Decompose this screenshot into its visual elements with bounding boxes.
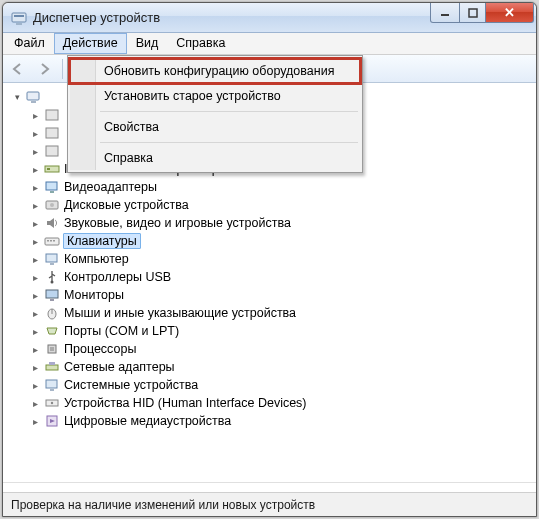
ports-icon	[44, 323, 60, 339]
separator	[3, 482, 536, 492]
window-controls: ✕	[430, 3, 534, 23]
tree-node-usb[interactable]: Контроллеры USB	[25, 268, 536, 286]
expander-icon[interactable]	[29, 307, 41, 319]
menu-help[interactable]: Справка	[70, 146, 360, 170]
expander-icon[interactable]	[29, 397, 41, 409]
expander-icon[interactable]	[29, 379, 41, 391]
device-manager-window: Диспетчер устройств ✕ Файл Действие Вид …	[2, 2, 537, 517]
toolbar-separator	[62, 59, 63, 79]
menu-file[interactable]: Файл	[5, 33, 54, 54]
sound-icon	[44, 215, 60, 231]
expander-icon[interactable]	[29, 343, 41, 355]
expander-icon[interactable]	[29, 361, 41, 373]
selected-node: Клавиатуры	[63, 233, 141, 249]
svg-rect-8	[46, 128, 58, 138]
svg-rect-7	[46, 110, 58, 120]
svg-rect-30	[49, 362, 55, 365]
svg-rect-11	[47, 168, 50, 170]
expander-icon[interactable]	[29, 217, 41, 229]
action-dropdown: Обновить конфигурацию оборудования Устан…	[67, 55, 363, 173]
svg-rect-3	[441, 14, 449, 16]
controller-icon	[44, 161, 60, 177]
expander-icon[interactable]	[29, 163, 41, 175]
expander-icon[interactable]	[29, 253, 41, 265]
tree-node-keyboard[interactable]: Клавиатуры	[25, 232, 536, 250]
tree-node-sound[interactable]: Звуковые, видео и игровые устройства	[25, 214, 536, 232]
close-button[interactable]: ✕	[486, 3, 534, 23]
expander-icon[interactable]	[29, 109, 41, 121]
tree-node-computer[interactable]: Компьютер	[25, 250, 536, 268]
svg-rect-9	[46, 146, 58, 156]
dropdown-separator	[100, 142, 358, 143]
svg-rect-21	[50, 263, 54, 265]
cpu-icon	[44, 341, 60, 357]
svg-point-15	[50, 203, 54, 207]
menu-view[interactable]: Вид	[127, 33, 168, 54]
system-icon	[44, 377, 60, 393]
tree-node-cpu[interactable]: Процессоры	[25, 340, 536, 358]
svg-rect-13	[50, 191, 54, 193]
svg-rect-24	[50, 299, 54, 301]
svg-rect-17	[47, 240, 49, 242]
minimize-button[interactable]	[430, 3, 460, 23]
mouse-icon	[44, 305, 60, 321]
maximize-button[interactable]	[460, 3, 486, 23]
tree-node-network[interactable]: Сетевые адаптеры	[25, 358, 536, 376]
svg-rect-29	[46, 365, 58, 370]
tree-node-mouse[interactable]: Мыши и иные указывающие устройства	[25, 304, 536, 322]
svg-rect-1	[14, 15, 24, 17]
nav-forward-button[interactable]	[33, 58, 57, 80]
nav-back-button[interactable]	[7, 58, 31, 80]
window-title: Диспетчер устройств	[33, 10, 430, 25]
expander-icon[interactable]	[29, 181, 41, 193]
hid-icon	[44, 395, 60, 411]
expander-icon[interactable]	[29, 127, 41, 139]
svg-rect-12	[46, 182, 57, 190]
device-icon	[44, 125, 60, 141]
statusbar: Проверка на наличие изменений или новых …	[3, 492, 536, 516]
network-icon	[44, 359, 60, 375]
app-icon	[11, 10, 27, 26]
menu-scan-hardware[interactable]: Обновить конфигурацию оборудования	[70, 59, 360, 83]
display-adapter-icon	[44, 179, 60, 195]
svg-point-22	[51, 281, 54, 284]
computer-icon	[26, 89, 42, 105]
tree-node-hid[interactable]: Устройства HID (Human Interface Devices)	[25, 394, 536, 412]
menu-properties[interactable]: Свойства	[70, 115, 360, 139]
svg-rect-32	[50, 389, 54, 391]
svg-rect-6	[31, 101, 36, 103]
menu-action[interactable]: Действие	[54, 33, 127, 54]
svg-rect-28	[50, 347, 54, 351]
tree-node-ports[interactable]: Порты (COM и LPT)	[25, 322, 536, 340]
expander-icon[interactable]	[29, 325, 41, 337]
tree-node-video[interactable]: Видеоадаптеры	[25, 178, 536, 196]
svg-rect-18	[50, 240, 52, 242]
tree-node-system[interactable]: Системные устройства	[25, 376, 536, 394]
expander-icon[interactable]	[29, 145, 41, 157]
expander-icon[interactable]	[29, 289, 41, 301]
svg-rect-19	[53, 240, 55, 242]
tree-node-monitor[interactable]: Мониторы	[25, 286, 536, 304]
device-icon	[44, 107, 60, 123]
svg-rect-2	[16, 23, 22, 25]
svg-rect-0	[12, 13, 26, 22]
keyboard-icon	[44, 233, 60, 249]
svg-rect-4	[469, 9, 477, 17]
svg-rect-5	[27, 92, 39, 100]
menu-add-legacy[interactable]: Установить старое устройство	[70, 84, 360, 108]
status-text: Проверка на наличие изменений или новых …	[11, 498, 315, 512]
titlebar[interactable]: Диспетчер устройств ✕	[3, 3, 536, 33]
svg-point-34	[51, 402, 53, 404]
monitor-icon	[44, 287, 60, 303]
expander-icon[interactable]	[11, 91, 23, 103]
svg-rect-23	[46, 290, 58, 298]
expander-icon[interactable]	[29, 235, 41, 247]
expander-icon[interactable]	[29, 199, 41, 211]
expander-icon[interactable]	[29, 271, 41, 283]
expander-icon[interactable]	[29, 415, 41, 427]
tree-node-media[interactable]: Цифровые медиаустройства	[25, 412, 536, 430]
tree-node-disk[interactable]: Дисковые устройства	[25, 196, 536, 214]
media-icon	[44, 413, 60, 429]
menu-help[interactable]: Справка	[167, 33, 234, 54]
computer-icon	[44, 251, 60, 267]
